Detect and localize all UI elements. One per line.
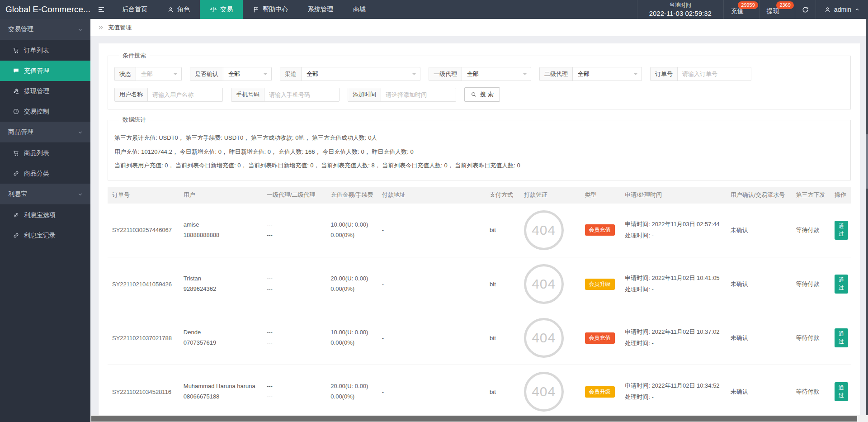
- add-time-input[interactable]: [381, 88, 456, 101]
- local-time-label: 当地时间: [670, 1, 691, 9]
- voucher-404-image[interactable]: 404: [524, 372, 564, 412]
- phone-input[interactable]: [264, 88, 339, 101]
- nav-item-system[interactable]: 系统管理: [298, 0, 343, 19]
- nav-item-help-center[interactable]: 帮助中心: [243, 0, 298, 19]
- nav-item-roles[interactable]: 角色: [157, 0, 200, 19]
- action-cell: 通过: [830, 365, 851, 419]
- third-party-cell: 等待付款: [791, 204, 830, 257]
- approve-button[interactable]: 通过: [835, 275, 848, 294]
- caret-down-icon: [523, 73, 527, 77]
- sidebar-item-trade-control[interactable]: 交易控制: [0, 101, 90, 122]
- sidebar-toggle-button[interactable]: [90, 0, 112, 19]
- confirm-select[interactable]: 全部: [223, 67, 271, 81]
- pay-address-cell: -: [377, 311, 485, 365]
- nav-item-dashboard[interactable]: 后台首页: [112, 0, 157, 19]
- local-time-value: 2022-11-03 02:59:32: [649, 9, 712, 18]
- sidebar-item-order-list[interactable]: 订单列表: [0, 40, 90, 61]
- agent1-label: 一级代理: [429, 67, 462, 81]
- search-legend: 条件搜索: [119, 52, 150, 60]
- agent2-filter: 二级代理 全部: [539, 67, 642, 81]
- action-cell: 通过: [830, 204, 851, 257]
- col-user-confirm: 用户确认/交易流水号: [726, 187, 792, 204]
- sidebar-group-trade[interactable]: 交易管理: [0, 19, 90, 40]
- sidebar-item-goods-category[interactable]: 商品分类: [0, 163, 90, 184]
- nav-item-mall[interactable]: 商城: [343, 0, 376, 19]
- col-pay-address: 付款地址: [377, 187, 485, 204]
- username: admin: [834, 6, 851, 13]
- add-time-label: 添加时间: [348, 88, 381, 101]
- agent2-select[interactable]: 全部: [573, 67, 642, 81]
- voucher-404-image[interactable]: 404: [524, 264, 564, 304]
- col-third-party: 第三方下发: [791, 187, 830, 204]
- status-label: 状态: [115, 67, 136, 81]
- chevron-up-icon: [854, 7, 860, 12]
- username-label: 用户名称: [115, 88, 148, 101]
- col-user: 用户: [179, 187, 262, 204]
- apply-time-cell: 申请时间: 2022年11月03日 02:57:44 处理时间: -: [620, 204, 726, 257]
- vertical-scrollbar[interactable]: [866, 19, 868, 422]
- nav-recharge-stat[interactable]: 充值 29959: [724, 0, 760, 19]
- sidebar-item-goods-list[interactable]: 商品列表: [0, 143, 90, 163]
- horizontal-scrollbar-thumb[interactable]: [91, 416, 857, 422]
- filter-row-1: 状态 全部 是否确认 全部 渠道: [114, 67, 844, 81]
- channel-select[interactable]: 全部: [302, 67, 420, 81]
- table-row: SY2211021034528116 Muhammad Haruna harun…: [108, 365, 851, 419]
- vertical-scrollbar-thumb[interactable]: [866, 134, 868, 189]
- breadcrumb-current: 充值管理: [108, 24, 132, 32]
- approve-button[interactable]: 通过: [835, 328, 848, 347]
- channel-label: 渠道: [280, 67, 302, 81]
- action-cell: 通过: [830, 311, 851, 365]
- voucher-cell: 404: [519, 365, 580, 419]
- agents-cell: --- ---: [262, 365, 326, 419]
- user-menu[interactable]: admin: [816, 0, 868, 19]
- approve-button[interactable]: 通过: [835, 382, 848, 401]
- stats-line-current-list: 当前列表用户充值: 0， 当前列表今日新增充值: 0， 当前列表昨日新增充值: …: [114, 159, 844, 173]
- gauge-icon: [13, 108, 19, 115]
- apply-time-cell: 申请时间: 2022年11月02日 10:34:52 处理时间: -: [620, 365, 726, 419]
- horizontal-scrollbar[interactable]: [90, 415, 868, 422]
- sidebar-item-lixibao-records[interactable]: 利息宝记录: [0, 225, 90, 246]
- username-input[interactable]: [148, 88, 222, 101]
- pay-method-cell: bit: [485, 365, 519, 419]
- col-action: 操作: [830, 187, 851, 204]
- nav-withdraw-stat[interactable]: 提现 2369: [760, 0, 795, 19]
- amount-cell: 20.00(U: 0.00) 0.00(0%): [326, 257, 377, 311]
- order-no-input[interactable]: [678, 67, 751, 81]
- pay-method-cell: bit: [485, 204, 519, 257]
- voucher-404-image[interactable]: 404: [524, 210, 564, 250]
- brand-logo: Global E-Commerce...: [0, 0, 90, 19]
- sidebar-group-goods[interactable]: 商品管理: [0, 122, 90, 143]
- search-button[interactable]: 搜 索: [464, 87, 500, 102]
- chevron-down-icon: [77, 129, 83, 135]
- refresh-button[interactable]: [795, 0, 816, 19]
- add-time-filter: 添加时间: [348, 88, 456, 102]
- stats-legend: 数据统计: [119, 116, 150, 124]
- status-select[interactable]: 全部: [136, 67, 181, 81]
- caret-down-icon: [264, 73, 267, 77]
- refresh-icon: [802, 6, 809, 14]
- navbar-right: 当地时间 2022-11-03 02:59:32 充值 29959 提现 236…: [637, 0, 868, 19]
- search-icon: [471, 91, 477, 98]
- pay-address-cell: -: [377, 257, 485, 311]
- sidebar-group-lixibao[interactable]: 利息宝: [0, 184, 90, 205]
- withdraw-count-badge: 2369: [776, 1, 793, 9]
- main-area: 充值管理 条件搜索 状态 全部 是否确认: [90, 19, 868, 422]
- recharge-card: 条件搜索 状态 全部 是否确认 全部: [99, 43, 860, 422]
- apply-time-cell: 申请时间: 2022年11月02日 10:37:02 处理时间: -: [620, 311, 726, 365]
- caret-down-icon: [634, 73, 637, 77]
- approve-button[interactable]: 通过: [835, 221, 848, 240]
- sidebar-item-withdraw-mgmt[interactable]: 提现管理: [0, 81, 90, 101]
- filter-row-2: 用户名称 手机号码 添加时间 搜 索: [114, 87, 844, 102]
- nav-item-trade[interactable]: 交易: [200, 0, 243, 19]
- agent1-select[interactable]: 全部: [462, 67, 531, 81]
- order-no-filter: 订单号: [650, 67, 751, 81]
- recharge-count-badge: 29959: [738, 1, 758, 9]
- sidebar-item-lixibao-options[interactable]: 利息宝选项: [0, 205, 90, 225]
- person-icon: [167, 6, 174, 13]
- user-cell: Muhammad Haruna haruna 08066675188: [179, 365, 262, 419]
- type-badge: 会员充值: [585, 224, 615, 236]
- user-cell: Dende 0707357619: [179, 311, 262, 365]
- voucher-404-image[interactable]: 404: [524, 318, 564, 358]
- scales-icon: [210, 6, 217, 13]
- sidebar-item-recharge-mgmt[interactable]: 充值管理: [0, 61, 90, 81]
